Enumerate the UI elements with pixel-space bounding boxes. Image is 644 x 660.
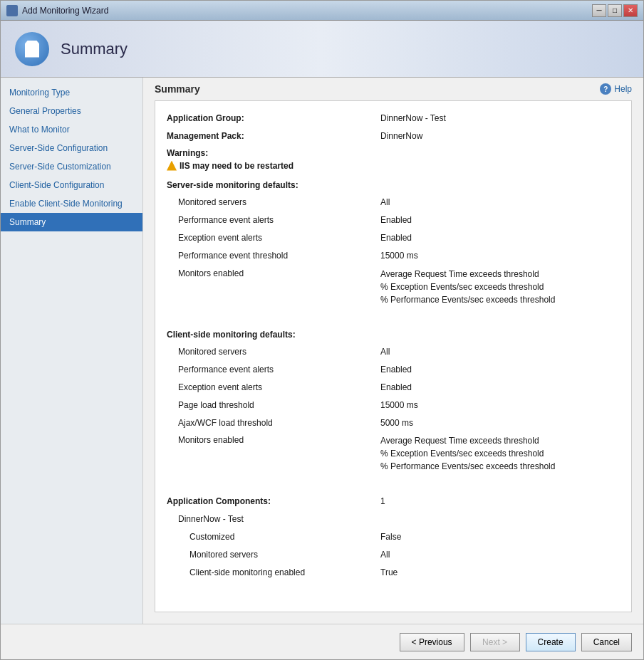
summary-box: Application Group: DinnerNow - Test Mana…	[155, 100, 632, 612]
help-link[interactable]: ? Help	[600, 83, 632, 95]
content-area: Summary ? Help Application Group: Dinner…	[143, 78, 643, 624]
warnings-label: Warnings:	[167, 148, 208, 158]
warning-message: IIS may need to be restarted	[180, 161, 294, 171]
footer: < Previous Next > Create Cancel	[1, 624, 643, 659]
server-monitors-2: % Exception Events/sec exceeds threshold	[380, 281, 555, 293]
warning-detail: IIS may need to be restarted	[167, 161, 620, 171]
window-controls: ─ □ ✕	[592, 4, 638, 17]
warnings-row: Warnings:	[167, 148, 620, 158]
server-section-label: Server-side monitoring defaults:	[167, 179, 380, 192]
sidebar: Monitoring Type General Properties What …	[1, 78, 143, 624]
header-banner: Summary	[1, 21, 643, 78]
management-pack-row: Management Pack: DinnerNow	[167, 130, 620, 142]
client-row-2: Exception event alerts Enabled	[167, 382, 620, 394]
content-header: Summary ? Help	[143, 78, 643, 100]
client-row-3: Page load threshold 15000 ms	[167, 399, 620, 412]
client-row-0: Monitored servers All	[167, 346, 620, 358]
server-row-3-label: Performance event threshold	[167, 250, 380, 262]
app-comp-row-1-value: False	[380, 531, 401, 543]
server-row-2-label: Exception event alerts	[167, 232, 380, 244]
client-monitors-2: % Exception Events/sec exceeds threshold	[380, 447, 555, 460]
server-row-4-value: Average Request Time exceeds threshold %…	[380, 268, 555, 306]
window-title: Add Monitoring Wizard	[22, 6, 108, 16]
client-row-4-value: 5000 ms	[380, 417, 413, 429]
server-monitors-1: Average Request Time exceeds threshold	[380, 268, 555, 281]
client-section-row: Client-side monitoring defaults:	[167, 329, 620, 341]
app-comp-row-2: Monitored servers All	[167, 549, 620, 561]
app-comp-row-0-label: DinnerNow - Test	[167, 513, 380, 525]
client-row-4: Ajax/WCF load threshold 5000 ms	[167, 417, 620, 429]
maximize-button[interactable]: □	[608, 4, 622, 17]
server-row-2: Exception event alerts Enabled	[167, 232, 620, 244]
cancel-button[interactable]: Cancel	[581, 633, 632, 651]
server-section-row: Server-side monitoring defaults:	[167, 179, 620, 192]
client-row-4-label: Ajax/WCF load threshold	[167, 417, 380, 429]
title-bar-left: Add Monitoring Wizard	[6, 5, 108, 16]
sidebar-item-what-to-monitor[interactable]: What to Monitor	[1, 120, 142, 139]
app-components-row: Application Components: 1	[167, 496, 620, 508]
management-pack-label: Management Pack:	[167, 130, 380, 142]
server-row-4-label: Monitors enabled	[167, 268, 380, 306]
close-button[interactable]: ✕	[623, 4, 638, 17]
client-row-3-value: 15000 ms	[380, 399, 418, 412]
section-divider-1	[167, 313, 620, 322]
app-comp-row-0: DinnerNow - Test	[167, 513, 620, 525]
app-icon	[6, 5, 18, 16]
server-monitors-3: % Performance Events/sec exceeds thresho…	[380, 293, 555, 306]
sidebar-item-client-side-config[interactable]: Client-Side Configuration	[1, 176, 142, 194]
application-group-value: DinnerNow - Test	[380, 112, 446, 125]
section-divider-2	[167, 480, 620, 488]
app-comp-row-3-value: True	[380, 567, 398, 579]
server-row-0: Monitored servers All	[167, 197, 620, 209]
app-comp-row-3-label: Client-side monitoring enabled	[167, 567, 380, 579]
previous-button[interactable]: < Previous	[400, 633, 464, 651]
client-row-5-label: Monitors enabled	[167, 434, 380, 473]
server-row-0-label: Monitored servers	[167, 197, 380, 209]
app-comp-row-2-value: All	[380, 549, 390, 561]
management-pack-value: DinnerNow	[380, 130, 422, 142]
header-title: Summary	[61, 40, 128, 58]
app-comp-row-1-label: Customized	[167, 531, 380, 543]
server-row-3: Performance event threshold 15000 ms	[167, 250, 620, 262]
server-row-1-label: Performance event alerts	[167, 214, 380, 226]
main-content: Monitoring Type General Properties What …	[1, 78, 643, 624]
client-row-3-label: Page load threshold	[167, 399, 380, 412]
sidebar-item-enable-client-monitoring[interactable]: Enable Client-Side Monitoring	[1, 194, 142, 213]
client-row-5: Monitors enabled Average Request Time ex…	[167, 434, 620, 473]
sidebar-item-server-side-config[interactable]: Server-Side Configuration	[1, 139, 142, 157]
client-row-2-value: Enabled	[380, 382, 412, 394]
minimize-button[interactable]: ─	[592, 4, 606, 17]
app-components-label: Application Components:	[167, 496, 380, 508]
app-comp-row-3: Client-side monitoring enabled True	[167, 567, 620, 579]
server-row-1: Performance event alerts Enabled	[167, 214, 620, 226]
header-icon	[15, 32, 49, 66]
title-bar: Add Monitoring Wizard ─ □ ✕	[1, 1, 643, 21]
server-row-2-value: Enabled	[380, 232, 412, 244]
client-row-1: Performance event alerts Enabled	[167, 364, 620, 376]
client-row-5-value: Average Request Time exceeds threshold %…	[380, 434, 555, 473]
client-monitors-3: % Performance Events/sec exceeds thresho…	[380, 460, 555, 473]
server-row-1-value: Enabled	[380, 214, 412, 226]
client-section-label: Client-side monitoring defaults:	[167, 329, 380, 341]
sidebar-item-monitoring-type[interactable]: Monitoring Type	[1, 83, 142, 102]
help-label: Help	[614, 84, 632, 94]
app-components-count: 1	[380, 496, 385, 508]
app-comp-row-2-label: Monitored servers	[167, 549, 380, 561]
next-button[interactable]: Next >	[470, 633, 520, 651]
sidebar-item-summary[interactable]: Summary	[1, 213, 142, 231]
client-row-1-label: Performance event alerts	[167, 364, 380, 376]
client-row-1-value: Enabled	[380, 364, 412, 376]
client-monitors-1: Average Request Time exceeds threshold	[380, 434, 555, 447]
client-row-0-label: Monitored servers	[167, 346, 380, 358]
sidebar-item-server-side-custom[interactable]: Server-Side Customization	[1, 157, 142, 176]
create-button[interactable]: Create	[526, 633, 576, 651]
main-window: Add Monitoring Wizard ─ □ ✕ Summary Moni…	[0, 0, 644, 660]
server-row-4: Monitors enabled Average Request Time ex…	[167, 268, 620, 306]
client-row-2-label: Exception event alerts	[167, 382, 380, 394]
sidebar-item-general-properties[interactable]: General Properties	[1, 102, 142, 120]
application-group-row: Application Group: DinnerNow - Test	[167, 112, 620, 125]
content-section-title: Summary	[155, 83, 200, 95]
app-comp-row-1: Customized False	[167, 531, 620, 543]
client-row-0-value: All	[380, 346, 390, 358]
warning-icon	[167, 161, 177, 171]
